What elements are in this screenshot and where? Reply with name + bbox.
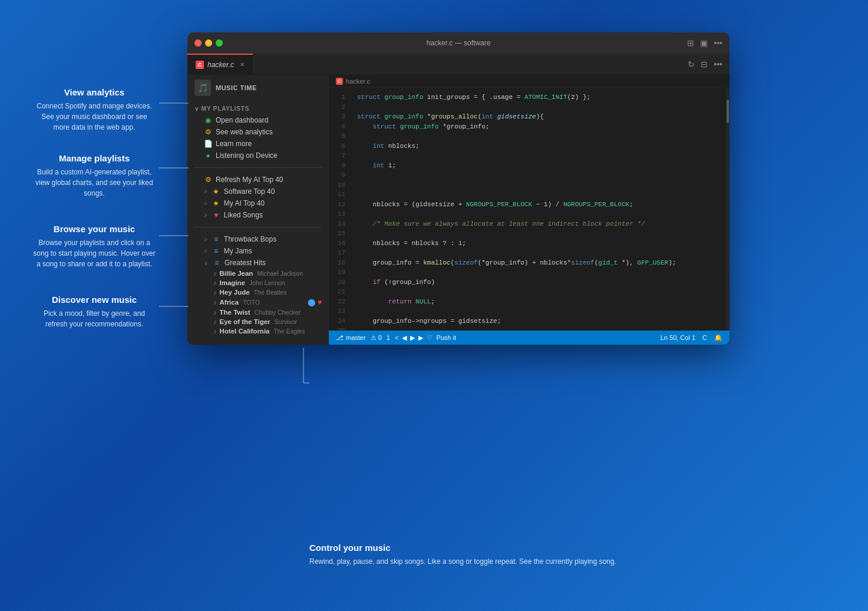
- code-line-17: [357, 248, 719, 258]
- song-artist-3: The Beatles: [254, 289, 287, 296]
- code-line-11: [357, 190, 719, 200]
- warning-count: 1: [387, 334, 390, 341]
- note-icon-4: ♪: [213, 299, 217, 306]
- song-name: Billie Jean: [220, 270, 253, 277]
- minimize-button[interactable]: [205, 39, 212, 47]
- window-title: hacker.c — software: [427, 39, 491, 47]
- code-line-4: struct group_info *group_info;: [357, 122, 719, 132]
- sidebar-item-learn-more[interactable]: 📄 Learn more: [187, 138, 329, 150]
- manage-playlists-desc: Build a custom AI-generated playlist, vi…: [32, 167, 156, 199]
- sidebar-item-liked-songs[interactable]: > ♥ Liked Songs: [187, 209, 329, 221]
- note-icon-7: ♪: [213, 328, 217, 335]
- software-top40-icon: ★: [212, 187, 220, 196]
- song-billie-jean[interactable]: ♪ Billie Jean Michael Jackson: [187, 269, 329, 278]
- annotation-manage-playlists: Manage playlists Build a custom AI-gener…: [32, 153, 156, 199]
- my-jams-label: My Jams: [224, 247, 322, 255]
- song-the-twist[interactable]: ♪ The Twist Chubby Checker: [187, 308, 329, 317]
- sidebar-item-dashboard[interactable]: ◉ Open dashboard: [187, 114, 329, 126]
- left-badge[interactable]: ⬤: [308, 298, 315, 306]
- analytics-icon: ⚙: [204, 128, 212, 136]
- refresh-icon[interactable]: ↻: [688, 60, 695, 69]
- annotation-control-music: Control your music Rewind, play, pause, …: [309, 543, 616, 567]
- code-content: 1234 5678 9101112 13141516 17181920 2122…: [329, 88, 730, 331]
- sidebar-item-refresh-ai[interactable]: ⚙ Refresh My AI Top 40: [187, 174, 329, 186]
- heart-badge[interactable]: ♥: [318, 298, 322, 306]
- sidebar: 🎵 MUSIC TIME ∨ MY PLAYLISTS ◉ Open dashb…: [187, 75, 329, 345]
- split-icon[interactable]: ⊞: [687, 38, 694, 48]
- more-icon[interactable]: •••: [714, 38, 722, 48]
- sidebar-item-greatest-hits[interactable]: ∨ ≡ Greatest Hits: [187, 257, 329, 269]
- throwback-bops-label: Throwback Bops: [224, 235, 322, 243]
- code-line-2: [357, 103, 719, 113]
- info-icon: 📄: [204, 140, 212, 148]
- scrollbar[interactable]: [726, 88, 730, 331]
- song-name-3: Hey Jude: [220, 289, 250, 296]
- ai-top40-label: My AI Top 40: [224, 199, 322, 207]
- song-artist-5: Chubby Checker: [255, 309, 301, 316]
- song-africa[interactable]: ♪ Africa TOTO ⬤ ♥: [187, 297, 329, 308]
- code-line-12: nblocks = (gidsetsize + NGROUPS_PER_BLOC…: [357, 200, 719, 210]
- song-badges: ⬤ ♥: [308, 298, 322, 306]
- tab-close-button[interactable]: ✕: [240, 61, 245, 68]
- sidebar-item-my-jams[interactable]: > ≡ My Jams: [187, 245, 329, 257]
- song-name-6: Eye of the Tiger: [220, 318, 270, 325]
- split-view-icon[interactable]: ⊟: [701, 60, 708, 69]
- editor-window: hacker.c — software ⊞ ▣ ••• C hacker.c ✕…: [187, 32, 730, 345]
- player-prev[interactable]: <: [395, 334, 398, 341]
- manage-playlists-title: Manage playlists: [32, 153, 156, 163]
- note-icon-5: ♪: [213, 309, 217, 316]
- code-line-18: group_info = kmalloc(sizeof(*group_info)…: [357, 258, 719, 268]
- player-back[interactable]: ◀: [402, 334, 407, 342]
- player-play[interactable]: ▶: [410, 334, 415, 342]
- player-next[interactable]: ▶: [418, 334, 423, 342]
- song-hotel-california[interactable]: ♪ Hotel California The Eagles: [187, 326, 329, 336]
- recommendations-section: ∨ RECOMMENDATIONS ▲ ▼ ↻ ★ Familiar ♪ Nig…: [187, 338, 329, 345]
- person-icon[interactable]: ▲: [279, 344, 287, 345]
- ai-top40-icon: ★: [212, 199, 220, 207]
- listening-device-label: Listening on Device: [216, 151, 322, 160]
- status-left: ⎇ master ⚠ 0 1 < ◀ ▶ ▶ ♡ Push it: [336, 334, 456, 342]
- more-options-icon[interactable]: •••: [714, 60, 722, 69]
- maximize-button[interactable]: [216, 39, 223, 47]
- status-right: Ln 50, Col 1 C 🔔: [661, 334, 722, 342]
- status-branch[interactable]: ⎇ master: [336, 334, 366, 342]
- refresh-rec-icon[interactable]: ↻: [301, 344, 308, 345]
- sidebar-header: 🎵 MUSIC TIME: [187, 75, 329, 101]
- note-icon-1: ♪: [213, 270, 217, 277]
- filter-icon[interactable]: ▼: [290, 344, 298, 345]
- code-line-6: int nblocks;: [357, 141, 719, 151]
- tab-hacker-c[interactable]: C hacker.c ✕: [187, 54, 253, 74]
- song-artist-6: Survivor: [275, 318, 298, 325]
- sidebar-item-ai-top40[interactable]: > ★ My AI Top 40: [187, 197, 329, 209]
- sidebar-item-software-top40[interactable]: > ★ Software Top 40: [187, 186, 329, 197]
- annotation-view-analytics: View analytics Connect Spotify and mange…: [32, 87, 156, 133]
- close-button[interactable]: [194, 39, 202, 47]
- rec-icons: ▲ ▼ ↻: [279, 344, 308, 345]
- heart-icon: ♥: [212, 211, 220, 219]
- code-lines[interactable]: struct group_info init_groups = { .usage…: [350, 88, 726, 331]
- browse-music-desc: Browse your playlists and click on a son…: [32, 237, 156, 269]
- breadcrumb-filename: hacker.c: [346, 78, 370, 85]
- song-eye-tiger[interactable]: ♪ Eye of the Tiger Survivor: [187, 317, 329, 326]
- annotation-discover-music: Discover new music Pick a mood, filter b…: [32, 295, 156, 329]
- control-music-desc: Rewind, play, pause, and skip songs. Lik…: [309, 556, 616, 567]
- bell-icon[interactable]: 🔔: [714, 334, 722, 342]
- liked-songs-label: Liked Songs: [224, 211, 322, 219]
- c-file-icon: C: [196, 61, 204, 69]
- layout-icon[interactable]: ▣: [700, 38, 708, 48]
- playlist-icon-1: ≡: [212, 235, 220, 243]
- sidebar-item-web-analytics[interactable]: ⚙ See web analytics: [187, 126, 329, 138]
- song-hey-jude[interactable]: ♪ Hey Jude The Beatles: [187, 288, 329, 297]
- error-count: ⚠ 0: [371, 334, 382, 342]
- code-line-10: [357, 180, 719, 190]
- song-imagine[interactable]: ♪ Imagine John Lennon: [187, 278, 329, 288]
- song-artist: Michael Jackson: [257, 270, 303, 277]
- player-heart[interactable]: ♡: [427, 334, 433, 342]
- divider-1: [194, 167, 322, 168]
- refresh-ai-icon: ⚙: [204, 176, 212, 184]
- software-top40-label: Software Top 40: [224, 187, 322, 196]
- code-line-22: return NULL;: [357, 297, 719, 307]
- sidebar-item-throwback-bops[interactable]: > ≡ Throwback Bops: [187, 233, 329, 245]
- web-analytics-label: See web analytics: [216, 128, 322, 136]
- sidebar-item-listening-device[interactable]: ● Listening on Device: [187, 150, 329, 161]
